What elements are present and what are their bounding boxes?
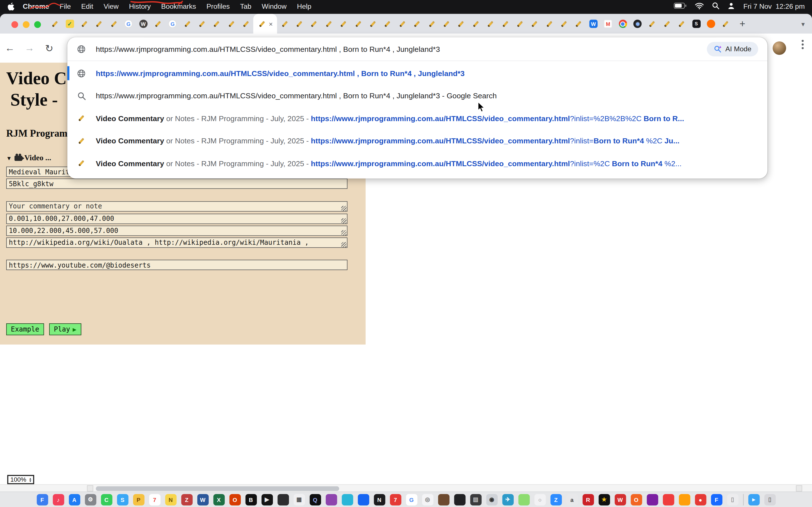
dock-app-icon[interactable] bbox=[438, 494, 449, 505]
pinned-tab[interactable] bbox=[365, 14, 380, 34]
menu-bar-clock[interactable]: Fri 7 Nov 12:26 pm bbox=[744, 3, 805, 10]
omnibox-suggestion-4[interactable]: Video Commentary or Notes - RJM Programm… bbox=[67, 129, 767, 152]
details-summary[interactable]: ▼ Video ... bbox=[6, 154, 51, 163]
battery-icon[interactable] bbox=[674, 3, 687, 10]
dock-app-icon[interactable]: ▶ bbox=[261, 494, 273, 505]
menu-bookmarks[interactable]: Bookmarks bbox=[156, 3, 201, 10]
dock-app-icon[interactable]: ▤ bbox=[470, 494, 481, 505]
dock-app-icon[interactable]: P bbox=[133, 494, 144, 505]
dock-app-icon[interactable]: ◎ bbox=[422, 494, 433, 505]
reload-button[interactable]: ↻ bbox=[40, 38, 59, 58]
window-zoom-button[interactable] bbox=[34, 21, 41, 28]
menu-chrome[interactable]: Chrome bbox=[17, 3, 54, 10]
pinned-tab[interactable]: G bbox=[121, 14, 136, 34]
dock-app-icon[interactable]: N bbox=[165, 494, 176, 505]
tab-close-icon[interactable]: × bbox=[269, 20, 273, 27]
dock-app-icon[interactable]: Z bbox=[550, 494, 562, 505]
window-minimize-button[interactable] bbox=[23, 21, 30, 28]
channel-url-input[interactable] bbox=[6, 260, 347, 270]
wifi-icon[interactable] bbox=[695, 2, 704, 10]
pinned-tab[interactable] bbox=[410, 14, 424, 34]
pinned-tab[interactable] bbox=[151, 14, 165, 34]
pinned-tab[interactable] bbox=[542, 14, 557, 34]
dock-app-icon[interactable]: ▦ bbox=[294, 494, 305, 505]
resize-grip-icon[interactable] bbox=[341, 206, 346, 211]
pinned-tab[interactable] bbox=[454, 14, 468, 34]
dock-app-icon[interactable]: B bbox=[245, 494, 257, 505]
pinned-tab[interactable] bbox=[224, 14, 239, 34]
links-textarea[interactable]: http://wikipedia.org/wiki/Oualata , http… bbox=[6, 237, 347, 248]
pinned-tab[interactable] bbox=[704, 14, 718, 34]
pinned-tab[interactable] bbox=[92, 14, 106, 34]
menu-tab[interactable]: Tab bbox=[235, 3, 257, 10]
resize-grip-icon[interactable] bbox=[341, 230, 346, 235]
start-times-textarea[interactable]: 0.001,10.000,27.000,47.000 bbox=[6, 214, 347, 224]
pinned-tab[interactable] bbox=[292, 14, 307, 34]
back-button[interactable]: ← bbox=[0, 38, 20, 58]
pinned-tab[interactable] bbox=[498, 14, 513, 34]
dock-app-icon[interactable]: ♪ bbox=[52, 494, 64, 505]
resize-grip-icon[interactable] bbox=[341, 218, 346, 223]
url-input[interactable]: https://www.rjmprogramming.com.au/HTMLCS… bbox=[96, 45, 701, 53]
ai-mode-button[interactable]: AI Mode bbox=[707, 42, 758, 56]
dock-app-icon[interactable]: C bbox=[101, 494, 112, 505]
menu-help[interactable]: Help bbox=[292, 3, 317, 10]
dock-app-icon[interactable]: F bbox=[36, 494, 48, 505]
dock-app-icon[interactable] bbox=[325, 494, 337, 505]
pinned-tab[interactable] bbox=[513, 14, 527, 34]
menu-file[interactable]: File bbox=[54, 3, 76, 10]
dock-app-icon[interactable]: ▯ bbox=[764, 494, 775, 505]
pinned-tab[interactable] bbox=[615, 14, 630, 34]
pinned-tab[interactable]: ✓ bbox=[62, 14, 77, 34]
dock-app-icon[interactable]: G bbox=[406, 494, 417, 505]
pinned-tab[interactable]: G bbox=[165, 14, 180, 34]
pinned-tab[interactable]: W bbox=[586, 14, 601, 34]
pinned-tab[interactable] bbox=[307, 14, 321, 34]
end-times-textarea[interactable]: 10.000,22.000,45.000,57.000 bbox=[6, 226, 347, 236]
dock-app-icon[interactable]: ★ bbox=[598, 494, 610, 505]
pinned-tab[interactable] bbox=[380, 14, 395, 34]
control-center-icon[interactable] bbox=[728, 2, 735, 10]
dock-app-icon[interactable]: O bbox=[630, 494, 642, 505]
pinned-tab[interactable]: S bbox=[689, 14, 704, 34]
dock-app-icon[interactable] bbox=[663, 494, 674, 505]
pinned-tab[interactable] bbox=[195, 14, 209, 34]
pinned-tab[interactable] bbox=[107, 14, 121, 34]
dock-app-icon[interactable]: S bbox=[117, 494, 128, 505]
pinned-tab[interactable] bbox=[351, 14, 365, 34]
menu-history[interactable]: History bbox=[124, 3, 156, 10]
commentary-textarea[interactable]: Your commentary or note bbox=[6, 201, 347, 212]
pinned-tab[interactable] bbox=[645, 14, 659, 34]
pinned-tab[interactable]: M bbox=[601, 14, 615, 34]
example-button[interactable]: Example bbox=[6, 323, 44, 335]
pinned-tab[interactable] bbox=[630, 14, 645, 34]
dock-app-icon[interactable] bbox=[454, 494, 465, 505]
dock-app-icon[interactable]: ▸ bbox=[748, 494, 759, 505]
play-button[interactable]: Play▶ bbox=[49, 323, 81, 335]
pinned-tab[interactable] bbox=[439, 14, 454, 34]
scrollbar-thumb[interactable] bbox=[96, 486, 339, 491]
zoom-stepper-icon[interactable]: ▴▾ bbox=[29, 477, 31, 482]
dock-app-icon[interactable]: A bbox=[68, 494, 80, 505]
pinned-tab[interactable] bbox=[180, 14, 195, 34]
chrome-menu-icon[interactable] bbox=[802, 43, 804, 45]
pinned-tab[interactable] bbox=[48, 14, 62, 34]
dock-app-icon[interactable] bbox=[647, 494, 658, 505]
pinned-tab[interactable] bbox=[277, 14, 292, 34]
omnibox-suggestion-1[interactable]: https://www.rjmprogramming.com.au/HTMLCS… bbox=[67, 62, 767, 84]
omnibox-suggestion-5[interactable]: Video Commentary or Notes - RJM Programm… bbox=[67, 152, 767, 175]
pinned-tab[interactable] bbox=[527, 14, 542, 34]
dock-app-icon[interactable]: 7 bbox=[149, 494, 160, 505]
zoom-control[interactable]: 100% ▴▾ bbox=[7, 475, 35, 484]
pinned-tab[interactable] bbox=[659, 14, 674, 34]
menu-edit[interactable]: Edit bbox=[76, 3, 98, 10]
menu-profiles[interactable]: Profiles bbox=[201, 3, 235, 10]
pinned-tab[interactable] bbox=[239, 14, 253, 34]
dock-app-icon[interactable]: ✈ bbox=[502, 494, 513, 505]
dock-app-icon[interactable] bbox=[342, 494, 353, 505]
pinned-tab[interactable] bbox=[674, 14, 689, 34]
forward-button[interactable]: → bbox=[20, 38, 40, 58]
dock-app-icon[interactable]: Z bbox=[181, 494, 192, 505]
tab-search-chevron-icon[interactable]: ▾ bbox=[801, 14, 805, 34]
pinned-tab[interactable] bbox=[77, 14, 92, 34]
